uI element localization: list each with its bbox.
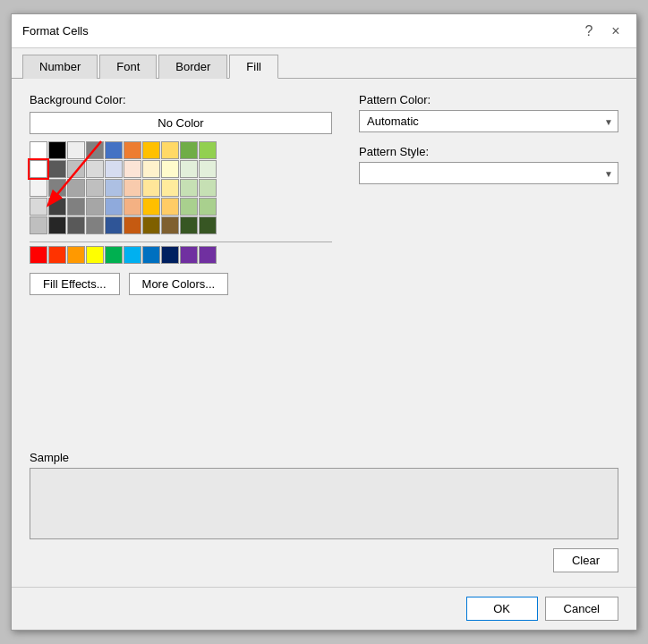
tab-fill[interactable]: Fill xyxy=(229,55,278,79)
color-grid-container xyxy=(30,141,332,234)
color-cell-3-0[interactable] xyxy=(30,198,47,216)
close-button[interactable]: × xyxy=(606,21,626,41)
color-cell-4-6[interactable] xyxy=(142,216,160,234)
accent-color-cell-9[interactable] xyxy=(199,246,217,264)
color-cell-2-6[interactable] xyxy=(142,179,160,197)
color-cell-1-3[interactable] xyxy=(86,160,104,178)
pattern-style-wrapper: ▼ xyxy=(359,162,618,184)
cancel-button[interactable]: Cancel xyxy=(545,597,618,621)
ok-button[interactable]: OK xyxy=(466,597,538,621)
color-cell-2-2[interactable] xyxy=(67,179,85,197)
tab-bar: Number Font Border Fill xyxy=(12,48,636,79)
color-cell-1-8[interactable] xyxy=(180,160,198,178)
color-cell-3-9[interactable] xyxy=(199,198,217,216)
pattern-style-label: Pattern Style: xyxy=(359,145,618,158)
main-row: Background Color: No Color xyxy=(30,93,618,295)
accent-color-cell-6[interactable] xyxy=(142,246,160,264)
color-cell-3-7[interactable] xyxy=(161,198,179,216)
left-panel: Background Color: No Color xyxy=(30,93,332,295)
color-cell-1-1[interactable] xyxy=(48,160,66,178)
color-cell-4-1[interactable] xyxy=(48,216,66,234)
color-cell-4-4[interactable] xyxy=(105,216,123,234)
accent-color-cell-8[interactable] xyxy=(180,246,198,264)
color-cell-0-3[interactable] xyxy=(86,141,104,159)
color-cell-1-4[interactable] xyxy=(105,160,123,178)
color-cell-2-8[interactable] xyxy=(180,179,198,197)
color-cell-4-8[interactable] xyxy=(180,216,198,234)
color-cell-4-5[interactable] xyxy=(124,216,141,234)
sample-preview xyxy=(30,468,618,539)
clear-row: Clear xyxy=(30,548,618,572)
color-row-2 xyxy=(30,179,332,197)
tab-number[interactable]: Number xyxy=(22,55,98,79)
color-cell-3-8[interactable] xyxy=(180,198,198,216)
color-cell-0-9[interactable] xyxy=(199,141,217,159)
color-cell-3-6[interactable] xyxy=(142,198,160,216)
color-cell-0-0[interactable] xyxy=(30,141,47,159)
color-cell-1-5[interactable] xyxy=(124,160,141,178)
color-cell-0-5[interactable] xyxy=(124,141,141,159)
accent-color-cell-0[interactable] xyxy=(30,246,47,264)
color-row-3 xyxy=(30,198,332,216)
accent-color-row xyxy=(30,246,332,264)
accent-color-cell-7[interactable] xyxy=(161,246,179,264)
color-cell-1-6[interactable] xyxy=(142,160,160,178)
divider xyxy=(30,242,332,242)
color-row-0 xyxy=(30,141,332,159)
color-cell-4-9[interactable] xyxy=(199,216,217,234)
accent-color-cell-3[interactable] xyxy=(86,246,104,264)
color-cell-0-1[interactable] xyxy=(48,141,66,159)
pattern-color-select[interactable]: Automatic xyxy=(359,110,618,132)
sample-label: Sample xyxy=(30,451,618,464)
accent-color-cell-2[interactable] xyxy=(67,246,85,264)
color-cell-4-3[interactable] xyxy=(86,216,104,234)
right-panel: Pattern Color: Automatic ▼ Pattern Style… xyxy=(359,93,618,295)
color-cell-4-0[interactable] xyxy=(30,216,47,234)
accent-color-cell-1[interactable] xyxy=(48,246,66,264)
background-color-label: Background Color: xyxy=(30,93,332,106)
color-row-1 xyxy=(30,160,332,178)
pattern-style-select[interactable] xyxy=(359,162,618,184)
dialog-title: Format Cells xyxy=(22,24,89,38)
accent-color-cell-5[interactable] xyxy=(124,246,141,264)
tab-border[interactable]: Border xyxy=(158,55,227,79)
color-cell-3-5[interactable] xyxy=(124,198,141,216)
color-cell-1-7[interactable] xyxy=(161,160,179,178)
sample-section: Sample xyxy=(30,436,618,539)
color-row-4 xyxy=(30,216,332,234)
color-cell-3-3[interactable] xyxy=(86,198,104,216)
dialog-footer: OK Cancel xyxy=(12,587,636,630)
help-button[interactable]: ? xyxy=(579,21,599,41)
color-cell-1-9[interactable] xyxy=(199,160,217,178)
color-cell-0-7[interactable] xyxy=(161,141,179,159)
color-cell-2-5[interactable] xyxy=(124,179,141,197)
color-grid xyxy=(30,141,332,234)
more-colors-button[interactable]: More Colors... xyxy=(129,273,229,295)
color-cell-3-2[interactable] xyxy=(67,198,85,216)
clear-button[interactable]: Clear xyxy=(553,548,618,572)
fill-content: Background Color: No Color xyxy=(12,79,636,587)
color-cell-2-4[interactable] xyxy=(105,179,123,197)
color-cell-4-2[interactable] xyxy=(67,216,85,234)
fill-effects-button[interactable]: Fill Effects... xyxy=(30,273,120,295)
color-cell-2-1[interactable] xyxy=(48,179,66,197)
color-cell-0-4[interactable] xyxy=(105,141,123,159)
accent-color-cell-4[interactable] xyxy=(105,246,123,264)
color-cell-2-7[interactable] xyxy=(161,179,179,197)
button-row: Fill Effects... More Colors... xyxy=(30,273,332,295)
color-cell-0-8[interactable] xyxy=(180,141,198,159)
no-color-button[interactable]: No Color xyxy=(30,112,332,134)
color-cell-0-6[interactable] xyxy=(142,141,160,159)
color-cell-4-7[interactable] xyxy=(161,216,179,234)
color-cell-0-2[interactable] xyxy=(67,141,85,159)
pattern-color-label: Pattern Color: xyxy=(359,93,618,106)
color-cell-2-9[interactable] xyxy=(199,179,217,197)
color-cell-2-3[interactable] xyxy=(86,179,104,197)
color-cell-2-0[interactable] xyxy=(30,179,47,197)
color-cell-3-4[interactable] xyxy=(105,198,123,216)
format-cells-dialog: Format Cells ? × Number Font Border Fill… xyxy=(11,13,637,631)
color-cell-1-0[interactable] xyxy=(30,160,47,178)
tab-font[interactable]: Font xyxy=(99,55,157,79)
color-cell-1-2[interactable] xyxy=(67,160,85,178)
color-cell-3-1[interactable] xyxy=(48,198,66,216)
